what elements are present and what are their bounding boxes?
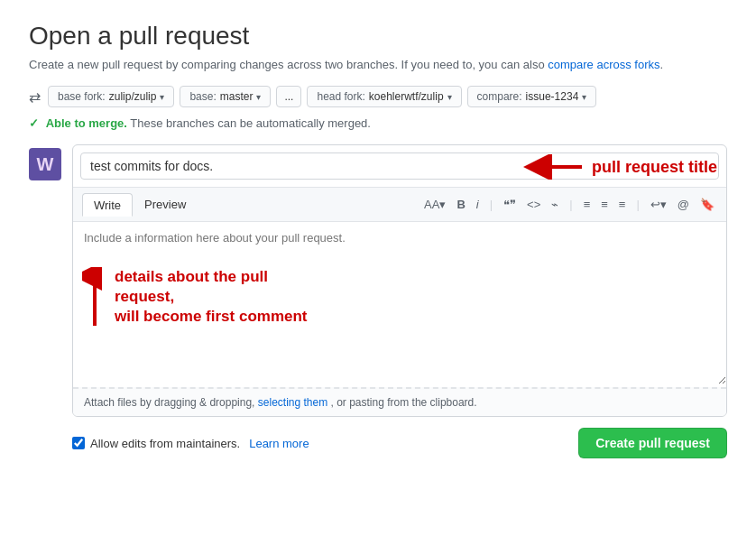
compare-branch-dropdown[interactable]: compare: issue-1234 ▾: [467, 86, 597, 107]
head-fork-chevron: ▾: [447, 92, 452, 102]
base-label: base:: [189, 90, 216, 103]
pr-footer: Allow edits from maintainers. Learn more…: [29, 428, 727, 458]
pr-body-textarea[interactable]: [73, 222, 726, 384]
selecting-link[interactable]: selecting them: [258, 396, 327, 409]
tab-write[interactable]: Write: [82, 193, 133, 217]
base-branch-dropdown[interactable]: base: master ▾: [180, 86, 271, 107]
compare-chevron: ▾: [582, 92, 586, 102]
base-fork-dropdown[interactable]: base fork: zulip/zulip ▾: [48, 86, 174, 107]
toolbar-icons: AA▾ B i | ❝❞ <> ⌁ | ≡ ≡ ≡ | ↩▾ @ 🔖: [421, 196, 717, 213]
compare-label: compare:: [477, 90, 522, 103]
base-fork-label: base fork:: [58, 90, 106, 103]
merge-status: ✓ Able to merge. These branches can be a…: [29, 116, 727, 130]
pr-form: W pull request title: [29, 144, 727, 417]
avatar-symbol: W: [37, 154, 54, 175]
checkbox-area: Allow edits from maintainers. Learn more: [72, 437, 309, 450]
branch-bar: ⇄ base fork: zulip/zulip ▾ base: master …: [29, 86, 727, 107]
create-pull-request-button[interactable]: Create pull request: [578, 428, 727, 458]
pr-title-input[interactable]: [80, 152, 719, 180]
pr-editor: pull request title Write Preview AA▾ B i…: [72, 144, 727, 417]
attach-bar: Attach files by dragging & dropping, sel…: [73, 387, 726, 416]
attach-suffix: , or pasting from the clipboard.: [331, 396, 477, 409]
merge-ok-text: Able to merge.: [46, 116, 127, 130]
compare-forks-link[interactable]: compare across forks: [548, 58, 659, 71]
editor-toolbar: Write Preview AA▾ B i | ❝❞ <> ⌁ | ≡ ≡ ≡ …: [73, 188, 726, 222]
ellipsis-button[interactable]: ...: [276, 86, 301, 107]
editor-body: details about the pull request,will beco…: [73, 222, 726, 387]
code-button[interactable]: <>: [524, 196, 543, 213]
head-fork-dropdown[interactable]: head fork: koehlerwtf/zulip ▾: [307, 86, 461, 107]
font-size-button[interactable]: AA▾: [421, 196, 448, 213]
intro-text: Create a new pull request by comparing c…: [29, 58, 545, 71]
base-fork-value: zulip/zulip: [109, 90, 157, 103]
head-fork-label: head fork:: [317, 90, 364, 103]
learn-more-link[interactable]: Learn more: [249, 437, 309, 450]
base-value: master: [220, 90, 254, 103]
base-chevron: ▾: [256, 92, 261, 102]
page-title: Open a pull request: [29, 22, 727, 51]
merge-description: These branches can be automatically merg…: [130, 116, 371, 130]
check-icon: ✓: [29, 116, 39, 130]
link-button[interactable]: ⌁: [549, 196, 561, 213]
compare-icon: ⇄: [29, 88, 41, 106]
avatar: W: [29, 148, 61, 180]
bookmark-button[interactable]: 🔖: [697, 196, 717, 213]
ordered-list-button[interactable]: ≡: [598, 196, 611, 213]
attach-text: Attach files by dragging & dropping,: [84, 396, 254, 409]
base-fork-chevron: ▾: [160, 92, 164, 102]
mention-button[interactable]: @: [675, 196, 692, 213]
allow-edits-label: Allow edits from maintainers.: [90, 437, 240, 450]
tab-preview[interactable]: Preview: [133, 193, 198, 216]
head-fork-value: koehlerwtf/zulip: [369, 90, 444, 103]
bold-button[interactable]: B: [454, 196, 467, 213]
undo-button[interactable]: ↩▾: [648, 196, 669, 213]
intro-paragraph: Create a new pull request by comparing c…: [29, 58, 727, 71]
allow-edits-checkbox[interactable]: [72, 437, 85, 449]
unordered-list-button[interactable]: ≡: [581, 196, 594, 213]
task-list-button[interactable]: ≡: [616, 196, 629, 213]
quote-button[interactable]: ❝❞: [501, 196, 519, 213]
compare-value: issue-1234: [526, 90, 579, 103]
title-input-wrapper: pull request title: [73, 145, 726, 188]
italic-button[interactable]: i: [474, 196, 482, 213]
editor-tabs: Write Preview: [82, 193, 198, 216]
